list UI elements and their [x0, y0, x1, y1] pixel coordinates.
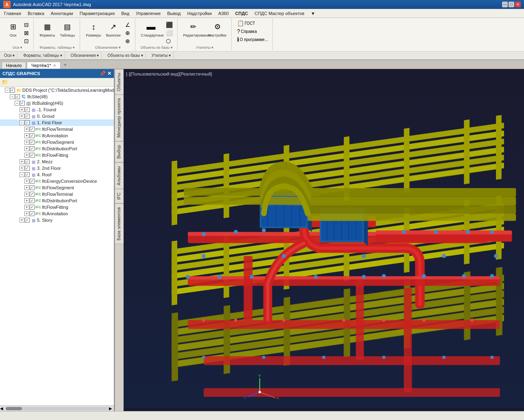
ribbon-btn-razmery[interactable]: ↕ Размеры [84, 19, 102, 39]
menu-nastroyki[interactable]: Надстройки [184, 10, 215, 17]
tree-expand-flowsegment[interactable]: + [24, 140, 29, 145]
ribbon-group-formats-label[interactable]: Форматы, таблицы ▾ [39, 45, 75, 50]
tree-item-flowterminal2[interactable]: + IFC IfcFlowTerminal [0, 191, 114, 197]
ribbon-lower-utils[interactable]: Утилиты ▾ [149, 52, 174, 59]
menu-vid[interactable]: Вид [118, 10, 133, 17]
ribbon-btn-oznach-s2[interactable]: ⊕ [124, 29, 132, 37]
tree-item-site[interactable]: − 🏗 IfcSite(#8) [0, 93, 114, 100]
ribbon-btn-osi[interactable]: ⊞ Оси [5, 19, 21, 39]
doc-tab-chertezh[interactable]: Чертёж1* ✕ [27, 62, 60, 69]
tree-item-root[interactable]: − 📁 DDS Project ("C:\TeklaStructuresLear… [0, 87, 114, 93]
tree-expand-groud[interactable]: + [20, 114, 24, 119]
tree-item-flowfitting[interactable]: + IFC IfcFlowFitting [0, 152, 114, 158]
tree-expand-flowfit2[interactable]: + [24, 205, 29, 210]
doc-tab-new[interactable]: + [61, 61, 70, 69]
tree-expand-site[interactable]: − [10, 94, 15, 99]
side-tab-objecty[interactable]: Объекты [115, 69, 124, 95]
tree-expand-flowterminal2[interactable]: + [24, 192, 29, 197]
tree-expand-flowseg2[interactable]: + [24, 185, 29, 190]
ribbon-btn-oznach-s3[interactable]: ⊗ [124, 37, 132, 45]
tree-item-story[interactable]: + ▦ 5. Story [0, 217, 114, 223]
ribbon-btn-tables[interactable]: ▤ Таблицы [58, 19, 76, 39]
tree-check-firstfloor[interactable] [25, 120, 30, 125]
ribbon-btn-edit[interactable]: ✏ Редактирование [182, 19, 205, 39]
ribbon-btn-obj-s2[interactable]: ⬜ [165, 29, 174, 37]
tree-expand-distport[interactable]: + [24, 146, 29, 151]
tree-item-distport[interactable]: + IFC IfcDistributionPort [0, 145, 114, 152]
side-tab-manager[interactable]: Менеджер проекта [115, 95, 124, 141]
scroll-left-btn[interactable]: ◀ [0, 406, 5, 411]
ribbon-lower-oznach[interactable]: Обозначения ▾ [68, 52, 102, 59]
tree-expand-flowterminal[interactable]: + [24, 127, 29, 132]
menu-spds[interactable]: СПДС [232, 10, 252, 17]
tree-expand-root[interactable]: − [5, 88, 10, 93]
doc-tab-nachalo[interactable]: Начало [2, 62, 26, 69]
tree-scrollbar[interactable]: ◀ ▶ [0, 405, 114, 411]
side-tab-baza[interactable]: База элементов [115, 204, 124, 244]
ribbon-group-utils-label[interactable]: Утилиты ▾ [196, 45, 213, 50]
tree-check-building[interactable] [20, 101, 25, 106]
ribbon-btn-osi-s2[interactable]: ⊠ [23, 29, 30, 37]
ribbon-btn-obj-s3[interactable]: ⬡ [165, 37, 174, 45]
scroll-right-btn[interactable]: ▶ [109, 406, 114, 411]
side-tab-ifc[interactable]: IFC [115, 189, 124, 204]
tree-check-annotation2[interactable] [30, 211, 35, 216]
ribbon-lower-formats[interactable]: Форматы, таблицы ▾ [21, 52, 65, 59]
tree-item-flowfit2[interactable]: + IFC IfcFlowFitting [0, 204, 114, 210]
ribbon-btn-about[interactable]: ℹ О программе... [236, 36, 270, 43]
tree-check-distport[interactable] [30, 146, 35, 151]
tree-expand-2ndfloor[interactable]: + [20, 166, 24, 171]
tree-expand-annotation2[interactable]: + [24, 211, 29, 216]
menu-vstavka[interactable]: Вставка [24, 10, 48, 17]
tree-check-flowsegment[interactable] [30, 140, 35, 145]
ribbon-btn-gost[interactable]: 📋 ГОСТ [236, 19, 270, 27]
tree-expand-building[interactable]: − [15, 101, 20, 106]
tree-check-energydevice[interactable] [30, 179, 35, 184]
tree-check-flowterminal2[interactable] [30, 192, 35, 197]
tree-check-flowseg2[interactable] [30, 185, 35, 190]
tree-check-flowfitting[interactable] [30, 153, 35, 158]
ribbon-btn-spravka[interactable]: ? Справка [236, 28, 270, 35]
tree-check-annotation[interactable] [30, 133, 35, 138]
tree-check-flowfit2[interactable] [30, 205, 35, 210]
menu-vyvod[interactable]: Вывод [164, 10, 184, 17]
ribbon-lower-objects[interactable]: Объекты из базы ▾ [105, 52, 146, 59]
ribbon-group-osi-label[interactable]: Оси ▾ [13, 45, 22, 50]
ribbon-btn-obj-s1[interactable]: ⬛ [165, 21, 174, 28]
tree-item-flowseg2[interactable]: + IFC IfcFlowSegment [0, 184, 114, 191]
menu-glavnaya[interactable]: Главная [1, 10, 24, 17]
ribbon-btn-oznach-s1[interactable]: ∠ [124, 21, 132, 28]
tree-expand-found[interactable]: + [20, 107, 24, 112]
tree-check-site[interactable] [15, 94, 20, 99]
tree-check-flowterminal[interactable] [30, 127, 35, 132]
scroll-thumb[interactable] [6, 407, 22, 410]
menu-upravlenie[interactable]: Управление [133, 10, 164, 17]
ribbon-btn-vynosky[interactable]: ↗ Выноски [104, 19, 122, 39]
tree-expand-mezz[interactable]: + [20, 159, 24, 164]
tree-expand-energydevice[interactable]: + [24, 179, 29, 184]
tree-item-2ndfloor[interactable]: + ▦ 3. 2nd Floor [0, 165, 114, 171]
panel-pin-button[interactable]: 📌 [100, 71, 106, 76]
tree-check-distport2[interactable] [30, 198, 35, 203]
tree-item-groud[interactable]: + ▦ 0. Groud [0, 113, 114, 119]
tree-item-flowsegment[interactable]: + IFC IfcFlowSegment [0, 139, 114, 145]
tree-check-found[interactable] [25, 107, 30, 112]
tree-check-root[interactable] [10, 88, 15, 93]
side-tab-vybor[interactable]: Выбор [115, 141, 124, 162]
ribbon-group-oznach-label[interactable]: Обозначения ▾ [95, 45, 121, 50]
ribbon-btn-formats[interactable]: ▦ Форматы [38, 19, 57, 39]
close-button[interactable]: ✕ [515, 2, 521, 7]
tree-item-found[interactable]: + ▦ -1. Found [0, 106, 114, 113]
tree-check-roof[interactable] [25, 172, 30, 177]
ribbon-lower-osi[interactable]: Оси ▾ [2, 52, 17, 59]
menu-annotatsii[interactable]: Аннотации [48, 10, 76, 17]
minimize-button[interactable]: — [502, 2, 508, 7]
menu-a360[interactable]: А360 [215, 10, 232, 17]
menu-parametrizatsiya[interactable]: Параметризация [76, 10, 118, 17]
panel-close-button[interactable]: ✕ [107, 71, 111, 76]
menu-spds-master[interactable]: СПДС Мастер объектов [251, 10, 307, 17]
tree-item-annotation[interactable]: + IFC IfcAnnotation [0, 132, 114, 139]
tree-check-groud[interactable] [25, 114, 30, 119]
menu-more[interactable]: ▼ [308, 10, 319, 17]
tree-check-2ndfloor[interactable] [25, 166, 30, 171]
